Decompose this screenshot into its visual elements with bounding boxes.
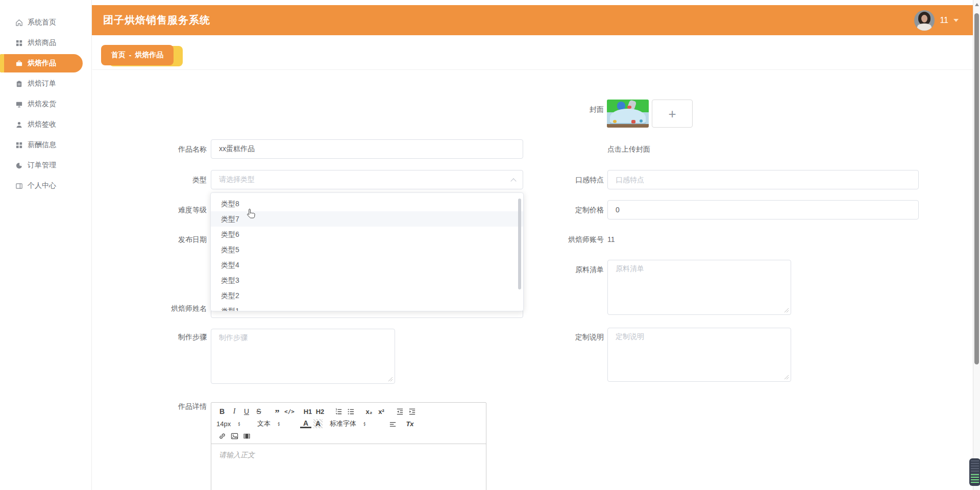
bold-button[interactable]: B <box>216 406 228 417</box>
sidebar-item-baking-receipt[interactable]: 烘焙签收 <box>0 114 91 135</box>
underline-button[interactable]: U <box>241 406 252 417</box>
scroll-up-arrow-icon[interactable] <box>975 3 979 6</box>
upload-hint: 点击上传封面 <box>607 139 650 159</box>
text-style-select[interactable]: 文本 ▴▾ <box>257 419 293 428</box>
materials-textarea[interactable] <box>607 260 791 315</box>
type-option[interactable]: 类型6 <box>211 227 523 242</box>
type-select-placeholder: 请选择类型 <box>219 175 255 184</box>
sidebar: 系统首页 烘焙商品 烘焙作品 烘焙订单 烘焙发货 烘焙 <box>0 0 92 490</box>
sidebar-item-baking-shipping[interactable]: 烘焙发货 <box>0 94 91 114</box>
custom-note-label: 定制说明 <box>556 332 604 342</box>
type-option-hovered[interactable]: 类型7 <box>211 211 523 227</box>
price-input[interactable] <box>607 200 919 219</box>
ordered-list-button[interactable] <box>333 406 344 417</box>
sidebar-item-system-home[interactable]: 系统首页 <box>0 12 91 33</box>
baker-account-value: 11 <box>607 230 615 249</box>
app-root: 系统首页 烘焙商品 烘焙作品 烘焙订单 烘焙发货 烘焙 <box>0 0 980 490</box>
sidebar-item-personal-center[interactable]: 个人中心 <box>0 176 91 196</box>
pie-icon <box>15 162 23 169</box>
heading1-button[interactable]: H1 <box>302 406 313 417</box>
dropdown-arrow <box>225 192 232 196</box>
publish-date-label: 发布日期 <box>143 230 207 249</box>
text-color-button[interactable]: A <box>300 419 311 428</box>
baker-account-label: 烘焙师账号 <box>549 230 604 249</box>
rich-text-editor: B I U S ” </> H1 H2 x₂ <box>211 402 486 490</box>
font-family-value: 标准字体 <box>330 419 356 428</box>
cover-image-decor <box>631 120 635 124</box>
outdent-button[interactable] <box>394 406 405 417</box>
app-title: 团子烘焙销售服务系统 <box>103 13 210 27</box>
sidebar-item-label: 个人中心 <box>28 181 56 190</box>
background-color-glyph: A <box>313 419 323 428</box>
steps-textarea[interactable] <box>211 329 395 384</box>
type-option[interactable]: 类型3 <box>211 273 523 288</box>
sidebar-item-baking-works[interactable]: 烘焙作品 <box>0 53 91 74</box>
cover-image-cake <box>610 109 646 126</box>
app-header: 团子烘焙销售服务系统 11 <box>92 5 973 35</box>
superscript-button[interactable]: x² <box>376 406 387 417</box>
cover-image-base <box>607 124 649 128</box>
sidebar-item-baking-goods[interactable]: 烘焙商品 <box>0 33 91 53</box>
price-label: 定制价格 <box>556 200 604 219</box>
user-menu[interactable]: 11 <box>914 5 959 35</box>
taste-input[interactable] <box>607 170 919 189</box>
user-name: 11 <box>940 16 948 25</box>
cover-label: 封面 <box>556 100 604 119</box>
type-select[interactable]: 请选择类型 <box>211 170 523 189</box>
font-family-select[interactable]: 标准字体 ▴▾ <box>330 419 377 428</box>
page-scrollbar[interactable] <box>973 0 980 490</box>
breadcrumb-current: 烘焙作品 <box>135 51 163 60</box>
subscript-button[interactable]: x₂ <box>363 406 375 417</box>
type-dropdown: 类型8 类型7 类型6 类型5 类型4 类型3 类型2 类型1 <box>210 192 524 311</box>
align-button[interactable] <box>387 418 398 429</box>
sidebar-item-label: 订单管理 <box>28 161 56 170</box>
strikethrough-button[interactable]: S <box>253 406 264 417</box>
sidebar-item-order-management[interactable]: 订单管理 <box>0 155 91 176</box>
custom-note-textarea[interactable] <box>607 328 791 382</box>
editor-content[interactable]: 请输入正文 <box>211 444 486 490</box>
sidebar-menu: 系统首页 烘焙商品 烘焙作品 烘焙订单 烘焙发货 烘焙 <box>0 12 91 196</box>
cover-image-decor <box>613 120 617 123</box>
avatar-shirt <box>917 23 932 31</box>
sidebar-item-salary-info[interactable]: 薪酬信息 <box>0 135 91 155</box>
monitor-icon <box>15 101 23 108</box>
avatar-face <box>921 15 927 22</box>
difficulty-label: 难度等级 <box>143 200 207 219</box>
code-block-button[interactable]: </> <box>284 406 295 417</box>
status-widget-level <box>971 474 979 484</box>
font-size-select[interactable]: 14px ▴▾ <box>216 420 250 428</box>
indent-button[interactable] <box>406 406 418 417</box>
clipboard-icon <box>15 80 23 88</box>
blockquote-button[interactable]: ” <box>272 406 283 417</box>
work-name-label: 作品名称 <box>143 139 207 159</box>
italic-button[interactable]: I <box>229 406 240 417</box>
type-option[interactable]: 类型8 <box>211 196 523 211</box>
work-name-input[interactable] <box>211 139 523 159</box>
grid-icon <box>15 141 23 149</box>
breadcrumb-home[interactable]: 首页 <box>111 51 126 60</box>
clear-format-button[interactable]: Tx <box>404 418 415 429</box>
image-button[interactable] <box>229 430 240 442</box>
type-option[interactable]: 类型4 <box>211 257 523 273</box>
type-option[interactable]: 类型2 <box>211 288 523 303</box>
font-size-value: 14px <box>216 420 231 428</box>
briefcase-icon <box>15 60 23 67</box>
breadcrumb-bar: 首页 - 烘焙作品 <box>92 35 973 70</box>
scrollbar-thumb[interactable] <box>974 13 979 364</box>
dropdown-scrollbar[interactable] <box>518 199 521 289</box>
heading2-button[interactable]: H2 <box>314 406 326 417</box>
video-button[interactable] <box>241 430 252 442</box>
type-option[interactable]: 类型1 <box>211 303 523 311</box>
sidebar-item-label: 烘焙订单 <box>28 79 56 88</box>
type-option[interactable]: 类型5 <box>211 242 523 257</box>
sidebar-item-label: 烘焙发货 <box>28 100 56 109</box>
bullet-list-button[interactable] <box>345 406 356 417</box>
steps-label: 制作步骤 <box>143 332 207 342</box>
cover-image[interactable] <box>607 100 649 128</box>
avatar[interactable] <box>914 10 935 31</box>
materials-label: 原料清单 <box>556 264 604 275</box>
link-button[interactable] <box>216 430 228 442</box>
background-color-button[interactable]: A <box>312 418 324 429</box>
upload-cover-button[interactable]: + <box>652 100 693 128</box>
sidebar-item-baking-orders[interactable]: 烘焙订单 <box>0 74 91 94</box>
